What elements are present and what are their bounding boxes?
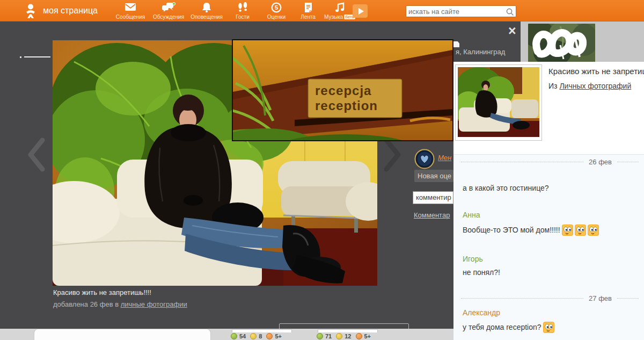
date-divider: 27 фев (461, 294, 639, 302)
filmstrip-panel (34, 329, 211, 340)
date-divider: 26 фев (461, 158, 639, 166)
search-icon[interactable] (506, 8, 514, 16)
date-label: 26 фев (583, 158, 617, 166)
yellow-rating-icon (250, 333, 257, 339)
nav-label: Сообщения (110, 14, 151, 20)
filmstrip-thumb[interactable] (232, 329, 292, 332)
comments-region: 26 фев а в какой это гостинице? Анна Воо… (453, 154, 644, 340)
nav-notifications[interactable]: Оповещения (186, 1, 227, 21)
masked-profile-photo (528, 24, 595, 62)
svg-text:5: 5 (275, 4, 278, 11)
green-rating-count: 54 (239, 333, 246, 339)
comment-text: Вообще-то ЭТО мой дом!!!!! (463, 225, 599, 236)
filmstrip-thumb[interactable] (318, 329, 378, 332)
new-rating-button[interactable]: Новая оце (414, 170, 453, 182)
yellow-rating-icon (336, 333, 342, 339)
comment-input[interactable]: комментир (413, 191, 453, 204)
comments-link[interactable]: Комментар (414, 211, 450, 219)
yellow-rating-count: 12 (345, 333, 351, 339)
smiley-emoticon (543, 322, 554, 333)
close-icon[interactable]: × (508, 25, 516, 37)
nav-label: Оповещения (186, 14, 227, 20)
play-icon (358, 8, 364, 15)
profile-location: я, Калининград (456, 48, 505, 56)
rating-counts: 71 12 5+ (317, 333, 373, 339)
orange-rating-count: 5+ (275, 333, 282, 339)
envelope-icon (110, 2, 151, 13)
comment-text: у тебя дома reception? (463, 322, 554, 333)
chat-bubbles-icon (148, 2, 189, 13)
yellow-rating-count: 8 (259, 333, 262, 339)
ok-logo-icon[interactable] (24, 3, 38, 19)
smiley-emoticon (588, 225, 599, 236)
inset-sign-line1: recepcja (315, 83, 371, 98)
app-root: моя страница Сообщения Обсуждения Оповещ… (0, 0, 644, 340)
orange-rating-count: 5+ (364, 333, 371, 339)
photo-info-panel: Красиво жить не запретишь Из Личных фото… (453, 62, 644, 340)
top-navbar: моя страница Сообщения Обсуждения Оповещ… (0, 0, 644, 21)
comment-author[interactable]: Анна (463, 211, 480, 219)
music-play-button[interactable] (353, 4, 368, 18)
nav-label: Обсуждения (148, 14, 189, 20)
photo-thumbnail[interactable] (455, 64, 542, 141)
bottom-filmstrip: 54 8 5+ 71 12 5+ (0, 329, 453, 340)
rating-counts: 54 8 5+ (231, 333, 284, 339)
inset-sign-line2: reception (315, 98, 378, 113)
comment-author[interactable]: Александр (463, 308, 500, 317)
previous-photo-arrow[interactable] (27, 138, 45, 172)
change-rating-link[interactable]: Мен (438, 154, 451, 162)
smiley-emoticon (575, 225, 586, 236)
date-label: 27 фев (583, 294, 617, 302)
masked-text-bar (24, 56, 50, 57)
green-rating-icon (231, 333, 237, 339)
orange-rating-icon (266, 333, 273, 339)
masked-text-dot (20, 56, 21, 58)
comment-text: а в какой это гостинице? (463, 184, 549, 192)
nav-discussions[interactable]: Обсуждения (148, 1, 189, 21)
orange-rating-icon (356, 333, 362, 339)
photo-album-source: Из Личных фотографий (548, 82, 631, 90)
photo-caption: Красиво жить не запретишь!!!! (53, 288, 151, 296)
page-title[interactable]: моя страница (43, 6, 98, 16)
from-prefix: Из (548, 82, 557, 90)
bell-icon (186, 2, 227, 13)
green-rating-count: 71 (325, 333, 332, 339)
smiley-emoticon (562, 225, 573, 236)
photo-zoom-inset: recepcja reception (232, 39, 453, 141)
green-rating-icon (317, 333, 323, 339)
added-prefix: добавлена 26 фев в (53, 300, 119, 308)
comment-text: не понял?! (463, 268, 500, 277)
photo-added-line: добавлена 26 фев в личные фотографии (53, 300, 187, 308)
next-photo-arrow[interactable] (383, 138, 401, 172)
site-search (406, 5, 516, 17)
album-link[interactable]: личные фотографии (121, 300, 187, 308)
album-source-link[interactable]: Личных фотографий (559, 82, 631, 90)
panel-photo-title: Красиво жить не запретишь (548, 67, 644, 76)
comment-author[interactable]: Игорь (463, 255, 483, 263)
rating-award-icon[interactable] (414, 149, 435, 169)
nav-messages[interactable]: Сообщения (110, 1, 151, 21)
search-input[interactable] (408, 6, 504, 16)
